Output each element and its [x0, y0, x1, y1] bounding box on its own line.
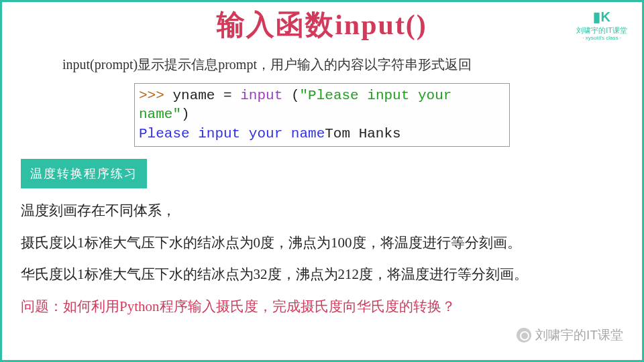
paragraph-3: 华氏度以1标准大气压下水的结冰点为32度，沸点为212度，将温度进行等分刻画。	[21, 264, 623, 286]
logo-mark: ▮K	[576, 9, 627, 25]
question: 问题：如何利用Python程序输入摄氏度，完成摄氏度向华氏度的转换？	[21, 296, 623, 318]
description: input(prompt)显示提示信息prompt，用户输入的内容以字符串形式返…	[62, 56, 615, 74]
code-rparen: )	[181, 107, 190, 122]
wechat-icon	[517, 328, 531, 343]
paragraph-2: 摄氏度以1标准大气压下水的结冰点为0度，沸点为100度，将温度进行等分刻画。	[21, 233, 623, 254]
code-sample: >>> yname = input ("Please input your na…	[134, 83, 510, 147]
paragraph-1: 温度刻画存在不同体系，	[21, 200, 623, 222]
logo-sub: · xysold's class ·	[576, 35, 627, 42]
watermark: 刘啸宇的IT课堂	[517, 326, 623, 344]
output-input: Tom Hanks	[325, 126, 400, 141]
code-fn: input	[240, 88, 291, 103]
code-line-1: >>> yname = input ("Please input your na…	[139, 86, 505, 125]
code-line-2: Please input your nameTom Hanks	[139, 125, 505, 143]
logo-name: 刘啸宇的IT课堂	[576, 26, 627, 34]
brand-logo: ▮K 刘啸宇的IT课堂 · xysold's class ·	[576, 9, 627, 42]
watermark-text: 刘啸宇的IT课堂	[535, 326, 623, 344]
slide: ▮K 刘啸宇的IT课堂 · xysold's class · 输入函数input…	[0, 0, 644, 362]
code-eq: =	[223, 88, 240, 103]
page-title: 输入函数input()	[2, 6, 642, 44]
output-prompt: Please input your name	[139, 126, 325, 141]
body-text: 温度刻画存在不同体系， 摄氏度以1标准大气压下水的结冰点为0度，沸点为100度，…	[21, 200, 623, 317]
code-var: yname	[172, 88, 223, 103]
section-badge: 温度转换程序练习	[21, 159, 147, 188]
repl-prompt: >>>	[139, 88, 172, 103]
code-lparen: (	[291, 88, 300, 103]
